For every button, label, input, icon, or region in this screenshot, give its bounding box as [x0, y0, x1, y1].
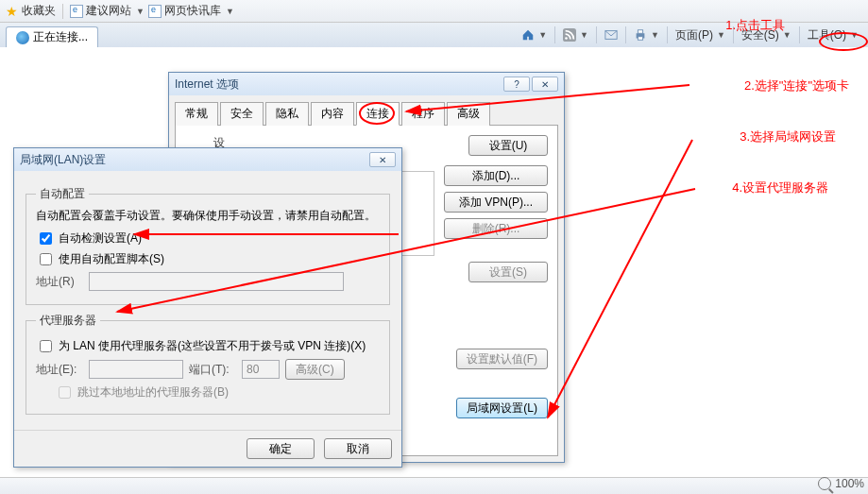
chevron-down-icon: ▼ [651, 30, 659, 40]
legend: 代理服务器 [36, 313, 100, 329]
home-button[interactable]: ▼ [518, 26, 551, 44]
tools-menu[interactable]: 工具(O)▼ [804, 26, 862, 44]
script-address-input [89, 272, 344, 291]
tab-connections[interactable]: 连接 [356, 102, 400, 126]
tab-general[interactable]: 常规 [175, 102, 218, 126]
command-bar: ▼ ▼ ▼ 页面(P)▼ 安全(S)▼ 工具(O)▼ [518, 23, 862, 47]
paddr-label: 地址(E): [36, 362, 83, 378]
chk-label: 为 LAN 使用代理服务器(这些设置不用于拨号或 VPN 连接)(X) [59, 338, 366, 354]
mail-button[interactable] [601, 26, 621, 44]
svg-rect-5 [638, 37, 642, 41]
chevron-down-icon: ▼ [226, 7, 234, 16]
separator [625, 26, 626, 43]
chk-label: 使用自动配置脚本(S) [59, 251, 164, 267]
fav-webslice[interactable]: 网页快讯库 ▼ [148, 3, 234, 19]
addr-label: 地址(R) [36, 274, 83, 290]
close-button[interactable]: ✕ [369, 152, 396, 167]
proxy-address-row: 地址(E): 端口(T): 高级(C) [36, 359, 380, 380]
ie-icon [16, 31, 29, 44]
auto-detect-input[interactable] [40, 232, 52, 245]
page-label: 页面(P) [675, 27, 713, 43]
set-default-button[interactable]: 设置默认值(F) [456, 349, 548, 369]
tab-security[interactable]: 安全 [220, 102, 264, 126]
browser-tab[interactable]: 正在连接... [6, 26, 98, 47]
advanced-button[interactable]: 高级(C) [285, 359, 345, 380]
close-button[interactable]: ✕ [532, 77, 558, 92]
annot-step4: 4.设置代理服务器 [732, 179, 828, 196]
lan-settings-dialog: 局域网(LAN)设置 ✕ 自动配置 自动配置会覆盖手动设置。要确保使用手动设置，… [13, 147, 402, 468]
svg-rect-4 [638, 30, 642, 34]
separator [62, 4, 63, 19]
use-script-input[interactable] [40, 253, 52, 265]
rss-button[interactable]: ▼ [559, 26, 592, 44]
dialog-title: Internet 选项 [175, 77, 239, 93]
lan-titlebar[interactable]: 局域网(LAN)设置 ✕ [14, 148, 401, 171]
chevron-down-icon: ▼ [136, 7, 145, 16]
fav-suggested-sites[interactable]: 建议网站 ▼ [70, 3, 145, 19]
separator [554, 26, 555, 43]
delete-button[interactable]: 删除(R)... [444, 218, 548, 239]
auto-detect-checkbox[interactable]: 自动检测设置(A) [36, 230, 380, 247]
tools-label: 工具(O) [808, 27, 846, 43]
svg-line-7 [548, 140, 692, 417]
tab-content[interactable]: 内容 [311, 102, 354, 126]
chevron-down-icon: ▼ [717, 30, 725, 40]
proxy-port-input [242, 360, 280, 379]
chk-label: 跳过本地地址的代理服务器(B) [77, 384, 229, 400]
favorites-star-icon: ★ [6, 4, 18, 19]
separator [667, 26, 668, 43]
help-button[interactable]: ? [503, 77, 530, 92]
dialog-button-row: 确定 取消 [14, 430, 401, 467]
add-button[interactable]: 添加(D)... [444, 165, 548, 186]
add-vpn-button[interactable]: 添加 VPN(P)... [444, 192, 548, 213]
separator [799, 26, 800, 43]
svg-point-1 [565, 37, 568, 40]
autoconfig-group: 自动配置 自动配置会覆盖手动设置。要确保使用手动设置，请禁用自动配置。 自动检测… [26, 186, 390, 305]
page-icon [148, 5, 162, 18]
lan-dialog-title: 局域网(LAN)设置 [20, 152, 106, 168]
zoom-value: 100% [835, 477, 864, 490]
chevron-down-icon: ▼ [538, 30, 547, 40]
chevron-down-icon: ▼ [850, 30, 859, 40]
ok-button[interactable]: 确定 [247, 438, 315, 459]
autoconfig-desc: 自动配置会覆盖手动设置。要确保使用手动设置，请禁用自动配置。 [36, 208, 380, 224]
bypass-local-checkbox[interactable]: 跳过本地地址的代理服务器(B) [55, 383, 380, 401]
zoom-indicator[interactable]: 100% [818, 477, 864, 490]
use-script-checkbox[interactable]: 使用自动配置脚本(S) [36, 250, 380, 268]
annot-step3: 3.选择局域网设置 [740, 128, 836, 145]
favlink-text: 建议网站 [86, 3, 131, 19]
settings-button[interactable]: 设置(S) [468, 262, 548, 282]
tabstrip: 常规 安全 隐私 内容 连接 程序 高级 [175, 101, 558, 126]
dialog-titlebar[interactable]: Internet 选项 ?✕ [169, 73, 564, 95]
script-address-row: 地址(R) [36, 272, 380, 291]
favlink-text: 网页快讯库 [164, 3, 221, 19]
status-bar [0, 477, 868, 494]
tab-programs[interactable]: 程序 [401, 102, 445, 126]
tab-title: 正在连接... [33, 29, 88, 45]
tab-advanced[interactable]: 高级 [447, 102, 490, 126]
proxy-address-input [89, 360, 183, 379]
lan-settings-button[interactable]: 局域网设置(L) [456, 398, 548, 418]
use-proxy-checkbox[interactable]: 为 LAN 使用代理服务器(这些设置不用于拨号或 VPN 连接)(X) [36, 337, 380, 355]
magnifier-icon [818, 477, 831, 490]
page-menu[interactable]: 页面(P)▼ [672, 26, 729, 44]
pport-label: 端口(T): [189, 362, 236, 378]
favorites-label: 收藏夹 [22, 3, 56, 19]
chk-label: 自动检测设置(A) [59, 230, 142, 247]
use-proxy-input[interactable] [40, 340, 52, 352]
bypass-input [59, 386, 71, 399]
annot-step2: 2.选择"连接"选项卡 [744, 77, 849, 94]
page-icon [70, 5, 83, 18]
svg-rect-0 [563, 28, 576, 42]
annot-step1: 1.点击工具 [725, 17, 785, 34]
separator [596, 26, 597, 43]
setup-button[interactable]: 设置(U) [468, 135, 548, 156]
print-button[interactable]: ▼ [630, 26, 663, 44]
proxy-group: 代理服务器 为 LAN 使用代理服务器(这些设置不用于拨号或 VPN 连接)(X… [26, 313, 390, 415]
chevron-down-icon: ▼ [580, 30, 588, 40]
tab-privacy[interactable]: 隐私 [265, 102, 309, 126]
cancel-button[interactable]: 取消 [324, 438, 392, 459]
legend: 自动配置 [36, 186, 89, 202]
